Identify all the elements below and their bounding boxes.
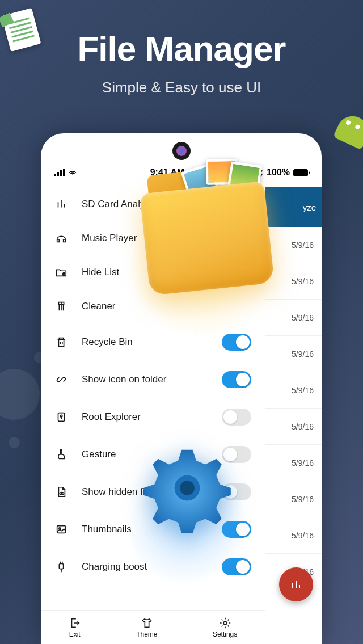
menu-label: Hide List: [82, 267, 251, 278]
toggle-trash[interactable]: [222, 334, 251, 351]
menu-item-analyst[interactable]: SD Card Analyst: [51, 187, 255, 221]
decorative-circle: [0, 369, 40, 420]
decorative-circle: [9, 437, 20, 448]
toggle-plug[interactable]: [222, 558, 251, 575]
file-date: 5/9/16: [265, 517, 322, 554]
menu-label: Charging boost: [82, 561, 208, 573]
menu-label: Show icon on folder: [82, 374, 208, 385]
touch-icon: [54, 448, 68, 461]
toggle-touch[interactable]: [222, 446, 251, 463]
menu-item-folder-lock[interactable]: Hide List: [51, 255, 255, 289]
nav-gear[interactable]: Settings: [213, 617, 237, 638]
menu-item-image[interactable]: Thumbnails: [51, 511, 255, 548]
file-date: 5/9/16: [265, 336, 322, 372]
svg-point-8: [223, 621, 227, 625]
nav-shirt[interactable]: Theme: [136, 617, 157, 638]
menu-item-touch[interactable]: Gesture: [51, 436, 255, 473]
menu-label: Recycle Bin: [82, 336, 208, 348]
nav-label: Exit: [69, 630, 81, 638]
menu-item-key[interactable]: Root Explorer: [51, 398, 255, 436]
phone-frame: 9:41 AM 100% yze 5/9/165/9/165/9/165/9/1…: [41, 133, 322, 644]
menu-item-link[interactable]: Show icon on folder: [51, 361, 255, 398]
nav-exit[interactable]: Exit: [69, 617, 81, 638]
hero: File Manager Simple & Easy to use UI: [0, 0, 363, 96]
file-date: 5/9/16: [265, 445, 322, 481]
svg-point-4: [61, 493, 62, 494]
menu-item-headphones[interactable]: Music Player: [51, 221, 255, 255]
hero-title: File Manager: [0, 28, 363, 69]
menu-label: Cleaner: [82, 301, 251, 312]
hero-subtitle: Simple & Easy to use UI: [0, 79, 363, 96]
fab-button[interactable]: [279, 567, 313, 601]
battery-icon: [293, 169, 308, 176]
key-icon: [54, 410, 68, 424]
nav-label: Theme: [136, 630, 157, 638]
plug-icon: [54, 560, 68, 574]
svg-rect-7: [59, 564, 63, 569]
menu-item-file-eye[interactable]: Show hidden files: [51, 473, 255, 511]
trash-icon: [54, 335, 68, 349]
wifi-icon: [68, 168, 77, 177]
status-time: 9:41 AM: [150, 167, 185, 178]
file-date: 5/9/16: [265, 263, 322, 300]
toggle-link[interactable]: [222, 371, 251, 388]
menu-item-plug[interactable]: Charging boost: [51, 548, 255, 586]
menu-label: Gesture: [82, 449, 208, 460]
bottom-nav: ExitThemeSettings: [41, 610, 265, 644]
folder-lock-icon: [54, 266, 68, 279]
menu-label: Music Player: [82, 233, 251, 244]
toggle-file-eye[interactable]: [222, 483, 251, 500]
toggle-key[interactable]: [222, 409, 251, 426]
menu-label: Root Explorer: [82, 411, 208, 423]
broom-icon: [54, 300, 68, 313]
file-eye-icon: [54, 485, 68, 499]
link-icon: [54, 373, 68, 386]
menu-label: SD Card Analyst: [82, 199, 251, 210]
file-date: 5/9/16: [265, 409, 322, 445]
file-date: 5/9/16: [265, 300, 322, 336]
battery-percent: 100%: [267, 167, 290, 178]
menu-label: Thumbnails: [82, 524, 208, 535]
bluetooth-icon: [258, 169, 263, 177]
menu-item-broom[interactable]: Cleaner: [51, 289, 255, 323]
file-list-header: yze: [265, 187, 322, 227]
file-date: 5/9/16: [265, 372, 322, 409]
image-icon: [54, 523, 68, 536]
file-date: 5/9/16: [265, 481, 322, 517]
android-icon: [333, 111, 363, 150]
camera-notch: [172, 142, 191, 160]
file-list-background: yze 5/9/165/9/165/9/165/9/165/9/165/9/16…: [265, 187, 322, 610]
file-date: 5/9/16: [265, 227, 322, 263]
settings-drawer: SD Card AnalystMusic PlayerHide ListClea…: [41, 187, 265, 644]
analyst-icon: [54, 197, 68, 211]
svg-point-2: [60, 415, 62, 417]
signal-icon: [54, 169, 65, 176]
toggle-image[interactable]: [222, 521, 251, 538]
menu-item-trash[interactable]: Recycle Bin: [51, 323, 255, 361]
nav-label: Settings: [213, 630, 237, 638]
menu-label: Show hidden files: [82, 486, 208, 498]
headphones-icon: [54, 231, 68, 245]
